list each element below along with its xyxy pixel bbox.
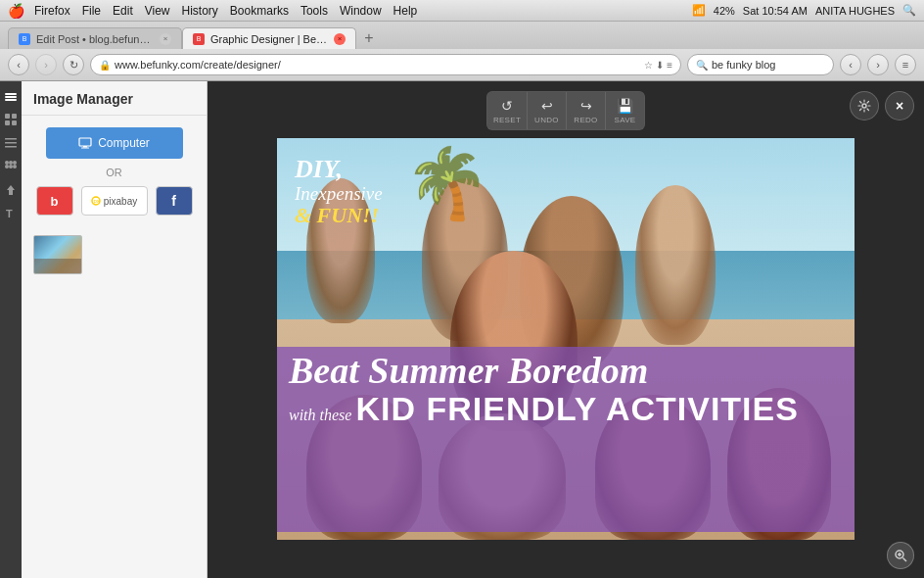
undo-button[interactable]: ↩ UNDO	[527, 92, 566, 129]
save-button[interactable]: 💾 SAVE	[605, 92, 644, 129]
menu-file[interactable]: File	[82, 4, 101, 18]
tab-bar: B Edit Post • blog.befunky.com... × B Gr…	[0, 22, 924, 49]
redo-icon: ↪	[580, 98, 592, 114]
menu-view[interactable]: View	[145, 4, 170, 18]
battery-status: 42%	[714, 5, 735, 17]
svg-text:px: px	[93, 198, 99, 204]
sidebar-layers-icon[interactable]	[2, 87, 20, 105]
menu-window[interactable]: Window	[340, 4, 382, 18]
menu-tools[interactable]: Tools	[300, 4, 328, 18]
tab-edit-post[interactable]: B Edit Post • blog.befunky.com... ×	[8, 27, 182, 49]
forward-button[interactable]: ›	[35, 54, 57, 75]
url-text: www.befunky.com/create/designer/	[115, 59, 640, 71]
svg-rect-4	[12, 114, 17, 119]
beat-line1: Beat Summer Boredom	[289, 351, 855, 392]
svg-rect-19	[83, 146, 87, 148]
wifi-status: 📶	[692, 4, 706, 17]
svg-point-11	[9, 161, 13, 165]
redo-label: REDO	[574, 116, 597, 124]
tab1-close-btn[interactable]: ×	[160, 33, 171, 45]
befunky-source-btn[interactable]: b	[36, 186, 73, 216]
computer-upload-button[interactable]: Computer	[46, 127, 183, 159]
menu-firefox[interactable]: Firefox	[34, 4, 70, 18]
sidebar-grid-icon[interactable]	[2, 111, 20, 128]
main-canvas[interactable]: DIY, Inexpensive & FUN!! 🌴 Beat Summer B…	[277, 138, 855, 540]
lock-icon: 🔒	[99, 60, 111, 71]
image-manager-body: Computer OR b px pixabay f	[22, 116, 207, 227]
pixabay-source-btn[interactable]: px pixabay	[81, 186, 148, 216]
back-button[interactable]: ‹	[8, 54, 29, 75]
browser-chrome: B Edit Post • blog.befunky.com... × B Gr…	[0, 22, 924, 81]
with-text: with	[289, 408, 316, 423]
tab-graphic-designer[interactable]: B Graphic Designer | BeFun... ×	[182, 27, 356, 49]
settings-button[interactable]	[850, 91, 879, 120]
beach-thumbnail[interactable]	[33, 235, 82, 274]
reader-icon[interactable]: ≡	[667, 60, 672, 71]
sidebar-icons: T	[0, 81, 22, 578]
bookmark-star-icon[interactable]: ☆	[644, 60, 653, 71]
menu-history[interactable]: History	[182, 4, 218, 18]
menu-edit[interactable]: Edit	[113, 4, 133, 18]
or-label: OR	[106, 167, 122, 178]
beat-line2: with these Kid Friendly Activities	[289, 392, 855, 425]
svg-rect-8	[5, 142, 17, 144]
svg-rect-2	[5, 99, 17, 101]
address-bar[interactable]: 🔒 www.befunky.com/create/designer/ ☆ ⬇ ≡	[90, 54, 681, 75]
user-name: ANITA HUGHES	[815, 5, 895, 17]
svg-rect-3	[5, 114, 10, 119]
beat-text-block: Beat Summer Boredom with these Kid Frien…	[289, 351, 855, 425]
svg-point-15	[13, 165, 17, 169]
search-bar[interactable]: 🔍 be funky blog	[687, 54, 834, 75]
tab1-favicon: B	[19, 33, 30, 45]
save-label: SAVE	[615, 116, 636, 124]
sidebar-list-icon[interactable]	[2, 134, 20, 152]
editor-toolbar: ↺ RESET ↩ UNDO ↪ REDO 💾 SAVE	[486, 91, 645, 130]
svg-rect-1	[5, 96, 17, 98]
zoom-button[interactable]	[887, 542, 914, 569]
tab2-favicon: B	[193, 33, 205, 45]
monitor-icon	[78, 137, 92, 149]
nav-prev-btn[interactable]: ‹	[840, 54, 861, 75]
address-icons: ☆ ⬇ ≡	[644, 60, 672, 71]
spotlight-icon[interactable]: 🔍	[902, 4, 916, 17]
download-icon[interactable]: ⬇	[656, 60, 664, 71]
facebook-source-btn[interactable]: f	[156, 186, 193, 216]
new-tab-button[interactable]: +	[360, 29, 378, 47]
svg-rect-5	[5, 120, 10, 125]
reset-button[interactable]: ↺ RESET	[487, 92, 527, 129]
svg-point-10	[5, 161, 9, 165]
address-row: ‹ › ↻ 🔒 www.befunky.com/create/designer/…	[0, 49, 924, 80]
search-glass-icon: 🔍	[696, 60, 708, 71]
these-text: these	[320, 408, 352, 423]
nav-next-btn[interactable]: ›	[867, 54, 889, 75]
tab2-close-btn[interactable]: ×	[334, 33, 346, 45]
person3	[635, 185, 716, 344]
top-right-buttons: ×	[850, 91, 914, 120]
sidebar-apps-icon[interactable]	[2, 158, 20, 175]
svg-rect-6	[12, 120, 17, 125]
diy-line2: Inexpensive	[295, 184, 383, 205]
svg-marker-16	[7, 185, 15, 195]
reload-button[interactable]: ↻	[63, 54, 84, 75]
svg-point-14	[9, 165, 13, 169]
sidebar-text-icon[interactable]: T	[2, 205, 20, 222]
menu-bar: 🍎 Firefox File Edit View History Bookmar…	[0, 0, 924, 22]
tab2-label: Graphic Designer | BeFun...	[210, 33, 328, 45]
sidebar-upload-icon[interactable]	[2, 181, 20, 199]
svg-rect-0	[5, 93, 17, 95]
image-manager-panel: Image Manager Computer OR b px pixabay f	[22, 81, 208, 578]
reset-icon: ↺	[501, 98, 513, 114]
redo-button[interactable]: ↪ REDO	[566, 92, 605, 129]
clock: Sat 10:54 AM	[743, 5, 808, 17]
menu-bookmarks[interactable]: Bookmarks	[230, 4, 289, 18]
menu-help[interactable]: Help	[393, 4, 418, 18]
close-editor-button[interactable]: ×	[885, 91, 914, 120]
pixabay-label: pixabay	[104, 196, 137, 207]
canvas-area: ↺ RESET ↩ UNDO ↪ REDO 💾 SAVE	[208, 81, 924, 578]
apple-menu[interactable]: 🍎	[8, 3, 24, 19]
svg-text:T: T	[6, 208, 13, 219]
undo-label: UNDO	[534, 116, 559, 124]
reset-label: RESET	[493, 116, 521, 124]
menu-button[interactable]: ≡	[895, 54, 916, 75]
diy-line3: & FUN!!	[295, 204, 383, 227]
